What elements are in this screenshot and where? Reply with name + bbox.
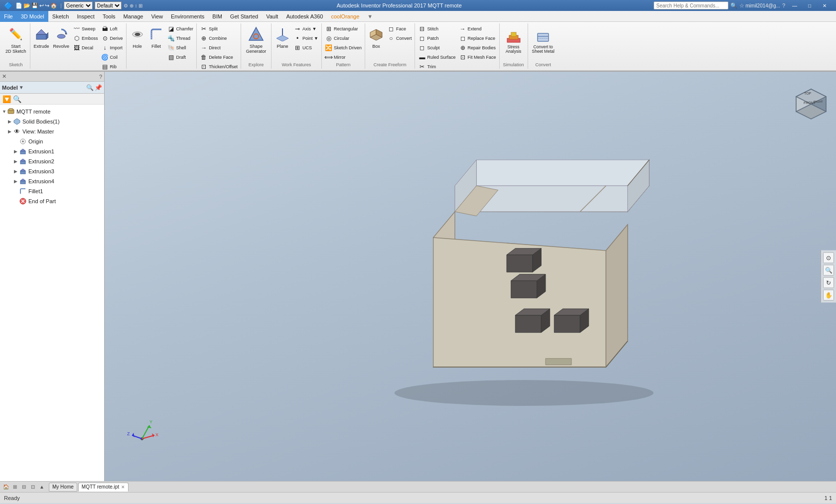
tab-split-icon[interactable]: ⊡ (29, 483, 37, 491)
chamfer-button[interactable]: ◪Chamfer (166, 24, 195, 33)
menu-getstarted[interactable]: Get Started (226, 11, 262, 22)
tree-item-origin[interactable]: ▶ Origin (0, 136, 104, 146)
tab-grid-icon[interactable]: ⊞ (11, 483, 19, 491)
start-2d-sketch-button[interactable]: ✏️ Start2D Sketch (4, 24, 28, 58)
tab-up-icon[interactable]: ▲ (38, 483, 46, 491)
model-browser-help-icon[interactable]: ? (99, 74, 102, 80)
menu-3dmodel[interactable]: 3D Model (17, 11, 48, 22)
generic-dropdown[interactable]: Generic (64, 1, 93, 9)
stitch-button[interactable]: ⊟Stitch (417, 24, 456, 33)
tab-close-icon[interactable]: ✕ (121, 485, 125, 490)
search-icon[interactable]: 🔍 (730, 2, 737, 9)
model-browser-close-icon[interactable]: ✕ (2, 73, 6, 80)
bookmarks-icon[interactable]: ☆ (739, 2, 744, 9)
fillet-button[interactable]: Fillet (147, 24, 165, 58)
tree-item-extrusion4[interactable]: ▶ Extrusion4 (0, 176, 104, 186)
extrude-button[interactable]: Extrude (32, 24, 51, 58)
pan-button[interactable]: ✋ (823, 290, 834, 301)
revolve-button[interactable]: Revolve (52, 24, 71, 58)
menu-environments[interactable]: Environments (167, 11, 208, 22)
qa-open-icon[interactable]: 📂 (23, 2, 30, 9)
tab-minus-icon[interactable]: ⊟ (20, 483, 28, 491)
sweep-button[interactable]: 〰Sweep (72, 24, 99, 33)
tree-item-extrusion3[interactable]: ▶ Extrusion3 (0, 166, 104, 176)
menu-manage[interactable]: Manage (120, 11, 147, 22)
menu-view[interactable]: View (147, 11, 167, 22)
browser-search-icon[interactable]: 🔍 (12, 95, 22, 104)
ucs-button[interactable]: ⊞UCS (292, 43, 319, 52)
tree-item-fillet1[interactable]: ▶ Fillet1 (0, 186, 104, 196)
derive-button[interactable]: ⊙Derive (100, 34, 124, 43)
thicken-offset-button[interactable]: ⊡Thicken/Offset (199, 62, 239, 71)
user-info[interactable]: mimil2014@g... (745, 3, 780, 8)
zoom-cursor-button[interactable]: 🔍 (823, 265, 834, 276)
viewport[interactable]: FRONT RIGHT TOP X Y Z (105, 72, 836, 481)
stress-analysis-button[interactable]: StressAnalysis (502, 24, 526, 58)
tree-item-extrusion1[interactable]: ▶ Extrusion1 (0, 146, 104, 156)
direct-button[interactable]: →Direct (199, 43, 239, 52)
minimize-btn[interactable]: — (787, 1, 802, 10)
model-browser-dropdown-icon[interactable]: ▼ (19, 85, 24, 90)
tree-item-endofpart[interactable]: ▶ End of Part (0, 196, 104, 206)
shape-generator-button[interactable]: ShapeGenerator (243, 24, 269, 58)
circular-button[interactable]: ◎Circular (324, 34, 363, 43)
fit-mesh-face-button[interactable]: ⊡Fit Mesh Face (458, 53, 497, 62)
menu-bim[interactable]: BIM (208, 11, 226, 22)
maximize-btn[interactable]: □ (802, 1, 817, 10)
model-browser-filter-icon[interactable]: 🔍 (86, 84, 94, 91)
tab-home-icon[interactable]: 🏠 (2, 483, 10, 491)
patch-button[interactable]: ◻Patch (417, 34, 456, 43)
orbit-button[interactable]: ↻ (823, 277, 834, 288)
menu-coolorange[interactable]: coolOrange (327, 11, 363, 22)
qa-redo-icon[interactable]: ↪ (45, 2, 49, 9)
default-dropdown[interactable]: Default (95, 1, 122, 9)
close-btn[interactable]: ✕ (817, 1, 832, 10)
split-button[interactable]: ✂Split (199, 24, 239, 33)
sculpt-button[interactable]: ◻Sculpt (417, 43, 456, 52)
tab-mqtt-remote[interactable]: MQTT remote.ipt ✕ (78, 483, 129, 492)
box-button[interactable]: Box (367, 24, 385, 58)
menu-toolbar-icon[interactable]: ▼ (363, 11, 377, 22)
decal-button[interactable]: 🖼Decal (72, 43, 99, 52)
qa-new-icon[interactable]: 📄 (15, 2, 22, 9)
qa-home-icon[interactable]: 🏠 (50, 2, 57, 9)
menu-inspect[interactable]: Inspect (73, 11, 98, 22)
browser-filter-icon[interactable]: 🔽 (2, 95, 11, 104)
axis-button[interactable]: ⊸Axis ▼ (292, 24, 319, 33)
menu-a360[interactable]: Autodesk A360 (282, 11, 327, 22)
tab-myhome[interactable]: My Home (49, 483, 77, 492)
shell-button[interactable]: 🐚Shell (166, 43, 195, 52)
trim-button[interactable]: ✂Trim (417, 62, 456, 71)
model-browser-pin-icon[interactable]: 📌 (95, 84, 102, 91)
emboss-button[interactable]: ⬡Emboss (72, 34, 99, 43)
zoom-fit-button[interactable]: ⊙ (823, 252, 834, 263)
ruled-surface-button[interactable]: ▬Ruled Surface (417, 53, 456, 62)
import-button[interactable]: ↓Import (100, 43, 124, 52)
coil-button[interactable]: 🌀Coil (100, 53, 124, 62)
face-button[interactable]: ◻Face (386, 24, 413, 33)
nav-cube[interactable]: FRONT RIGHT TOP (786, 77, 831, 122)
convert-sheet-metal-button[interactable]: Convert toSheet Metal (530, 24, 557, 58)
replace-face-button[interactable]: ◻Replace Face (458, 34, 497, 43)
hole-button[interactable]: Hole (129, 24, 146, 58)
help-icon[interactable]: ? (782, 2, 785, 8)
qa-undo-icon[interactable]: ↩ (39, 2, 44, 9)
draft-button[interactable]: ▧Draft (166, 53, 195, 62)
qa-save-icon[interactable]: 💾 (31, 2, 38, 9)
combine-button[interactable]: ⊕Combine (199, 34, 239, 43)
menu-vault[interactable]: Vault (262, 11, 282, 22)
mirror-button[interactable]: ⟺Mirror (324, 53, 363, 62)
repair-bodies-button[interactable]: ⊕Repair Bodies (458, 43, 497, 52)
plane-button[interactable]: Plane (274, 24, 291, 58)
rectangular-button[interactable]: ⊞Rectangular (324, 24, 363, 33)
menu-tools[interactable]: Tools (99, 11, 120, 22)
point-button[interactable]: •Point ▼ (292, 34, 319, 43)
thread-button[interactable]: 🔩Thread (166, 34, 195, 43)
search-input[interactable] (654, 1, 728, 9)
tree-item-root[interactable]: ▼ MQTT remote (0, 107, 104, 117)
rib-button[interactable]: ▤Rib (100, 62, 124, 71)
sketch-driven-button[interactable]: 🔀Sketch Driven (324, 43, 363, 52)
menu-sketch[interactable]: Sketch (48, 11, 73, 22)
delete-face-button[interactable]: 🗑Delete Face (199, 53, 239, 62)
menu-file[interactable]: File (0, 11, 17, 22)
